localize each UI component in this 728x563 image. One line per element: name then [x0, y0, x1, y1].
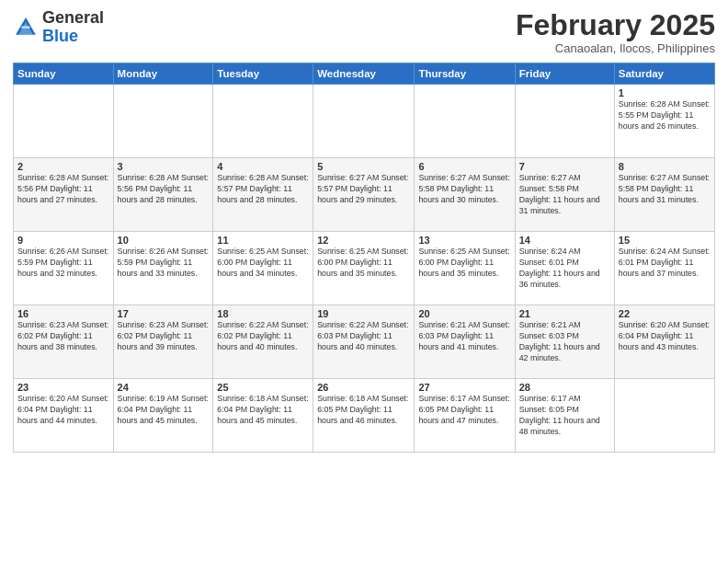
- calendar-cell: 1Sunrise: 6:28 AM Sunset: 5:55 PM Daylig…: [614, 85, 714, 158]
- calendar-cell: 12Sunrise: 6:25 AM Sunset: 6:00 PM Dayli…: [313, 232, 415, 305]
- day-info: Sunrise: 6:25 AM Sunset: 6:00 PM Dayligh…: [317, 247, 410, 280]
- day-number: 10: [118, 235, 210, 246]
- day-info: Sunrise: 6:22 AM Sunset: 6:03 PM Dayligh…: [317, 320, 410, 353]
- day-info: Sunrise: 6:27 AM Sunset: 5:58 PM Dayligh…: [519, 173, 610, 217]
- calendar-cell: 6Sunrise: 6:27 AM Sunset: 5:58 PM Daylig…: [415, 158, 515, 232]
- day-info: Sunrise: 6:18 AM Sunset: 6:05 PM Dayligh…: [317, 394, 410, 427]
- day-info: Sunrise: 6:26 AM Sunset: 5:59 PM Dayligh…: [118, 247, 210, 280]
- day-info: Sunrise: 6:27 AM Sunset: 5:57 PM Dayligh…: [317, 173, 410, 206]
- day-info: Sunrise: 6:22 AM Sunset: 6:02 PM Dayligh…: [217, 320, 309, 353]
- calendar-cell: 11Sunrise: 6:25 AM Sunset: 6:00 PM Dayli…: [213, 232, 313, 305]
- day-number: 19: [317, 308, 410, 319]
- day-info: Sunrise: 6:28 AM Sunset: 5:56 PM Dayligh…: [17, 173, 109, 206]
- day-info: Sunrise: 6:26 AM Sunset: 5:59 PM Dayligh…: [17, 247, 109, 280]
- calendar-cell: 10Sunrise: 6:26 AM Sunset: 5:59 PM Dayli…: [113, 232, 213, 305]
- day-number: 14: [519, 235, 610, 246]
- weekday-header: Sunday: [14, 63, 114, 85]
- logo-general: General: [42, 8, 104, 27]
- header: General Blue February 2025 Canaoalan, Il…: [13, 9, 715, 55]
- weekday-header-row: SundayMondayTuesdayWednesdayThursdayFrid…: [14, 63, 715, 85]
- day-info: Sunrise: 6:24 AM Sunset: 6:01 PM Dayligh…: [619, 247, 711, 280]
- calendar-week-row: 9Sunrise: 6:26 AM Sunset: 5:59 PM Daylig…: [14, 232, 715, 305]
- calendar-cell: 26Sunrise: 6:18 AM Sunset: 6:05 PM Dayli…: [313, 379, 415, 453]
- calendar-cell: [213, 85, 313, 158]
- day-info: Sunrise: 6:21 AM Sunset: 6:03 PM Dayligh…: [418, 320, 510, 353]
- calendar-table: SundayMondayTuesdayWednesdayThursdayFrid…: [13, 63, 715, 453]
- calendar-cell: [614, 379, 714, 453]
- day-number: 13: [418, 235, 510, 246]
- calendar-cell: 20Sunrise: 6:21 AM Sunset: 6:03 PM Dayli…: [415, 305, 515, 379]
- day-number: 2: [17, 161, 109, 172]
- day-info: Sunrise: 6:17 AM Sunset: 6:05 PM Dayligh…: [418, 394, 510, 427]
- day-info: Sunrise: 6:23 AM Sunset: 6:02 PM Dayligh…: [118, 320, 210, 353]
- calendar-cell: 18Sunrise: 6:22 AM Sunset: 6:02 PM Dayli…: [213, 305, 313, 379]
- weekday-header: Friday: [515, 63, 614, 85]
- calendar-cell: 2Sunrise: 6:28 AM Sunset: 5:56 PM Daylig…: [14, 158, 114, 232]
- logo-blue: Blue: [42, 27, 78, 45]
- weekday-header: Saturday: [614, 63, 714, 85]
- day-number: 1: [619, 87, 711, 98]
- calendar-cell: 15Sunrise: 6:24 AM Sunset: 6:01 PM Dayli…: [614, 232, 714, 305]
- logo: General Blue: [13, 9, 104, 46]
- weekday-header: Wednesday: [313, 63, 415, 85]
- day-info: Sunrise: 6:27 AM Sunset: 5:58 PM Dayligh…: [418, 173, 510, 206]
- day-number: 27: [418, 382, 510, 393]
- weekday-header: Thursday: [415, 63, 515, 85]
- weekday-header: Monday: [113, 63, 213, 85]
- day-info: Sunrise: 6:20 AM Sunset: 6:04 PM Dayligh…: [619, 320, 711, 353]
- calendar-cell: 23Sunrise: 6:20 AM Sunset: 6:04 PM Dayli…: [14, 379, 114, 453]
- weekday-header: Tuesday: [213, 63, 313, 85]
- calendar-cell: [415, 85, 515, 158]
- location: Canaoalan, Ilocos, Philippines: [516, 41, 715, 55]
- day-number: 11: [217, 235, 309, 246]
- svg-rect-2: [21, 26, 29, 28]
- day-number: 3: [118, 161, 210, 172]
- title-block: February 2025 Canaoalan, Ilocos, Philipp…: [516, 9, 715, 55]
- calendar-cell: 13Sunrise: 6:25 AM Sunset: 6:00 PM Dayli…: [415, 232, 515, 305]
- day-number: 4: [217, 161, 309, 172]
- day-number: 17: [118, 308, 210, 319]
- calendar-page: General Blue February 2025 Canaoalan, Il…: [0, 0, 728, 563]
- calendar-week-row: 23Sunrise: 6:20 AM Sunset: 6:04 PM Dayli…: [14, 379, 715, 453]
- calendar-cell: 27Sunrise: 6:17 AM Sunset: 6:05 PM Dayli…: [415, 379, 515, 453]
- day-info: Sunrise: 6:24 AM Sunset: 6:01 PM Dayligh…: [519, 247, 610, 291]
- calendar-week-row: 1Sunrise: 6:28 AM Sunset: 5:55 PM Daylig…: [14, 85, 715, 158]
- day-number: 23: [17, 382, 109, 393]
- day-number: 18: [217, 308, 309, 319]
- calendar-cell: 21Sunrise: 6:21 AM Sunset: 6:03 PM Dayli…: [515, 305, 614, 379]
- day-number: 7: [519, 161, 610, 172]
- calendar-cell: 9Sunrise: 6:26 AM Sunset: 5:59 PM Daylig…: [14, 232, 114, 305]
- day-info: Sunrise: 6:28 AM Sunset: 5:55 PM Dayligh…: [619, 99, 711, 132]
- day-info: Sunrise: 6:25 AM Sunset: 6:00 PM Dayligh…: [217, 247, 309, 280]
- day-number: 6: [418, 161, 510, 172]
- calendar-cell: 3Sunrise: 6:28 AM Sunset: 5:56 PM Daylig…: [113, 158, 213, 232]
- day-info: Sunrise: 6:28 AM Sunset: 5:57 PM Dayligh…: [217, 173, 309, 206]
- day-number: 9: [17, 235, 109, 246]
- calendar-cell: 14Sunrise: 6:24 AM Sunset: 6:01 PM Dayli…: [515, 232, 614, 305]
- calendar-cell: 4Sunrise: 6:28 AM Sunset: 5:57 PM Daylig…: [213, 158, 313, 232]
- calendar-cell: 19Sunrise: 6:22 AM Sunset: 6:03 PM Dayli…: [313, 305, 415, 379]
- calendar-week-row: 16Sunrise: 6:23 AM Sunset: 6:02 PM Dayli…: [14, 305, 715, 379]
- day-number: 5: [317, 161, 410, 172]
- day-info: Sunrise: 6:17 AM Sunset: 6:05 PM Dayligh…: [519, 394, 610, 438]
- calendar-week-row: 2Sunrise: 6:28 AM Sunset: 5:56 PM Daylig…: [14, 158, 715, 232]
- day-info: Sunrise: 6:19 AM Sunset: 6:04 PM Dayligh…: [118, 394, 210, 427]
- calendar-cell: 22Sunrise: 6:20 AM Sunset: 6:04 PM Dayli…: [614, 305, 714, 379]
- day-info: Sunrise: 6:28 AM Sunset: 5:56 PM Dayligh…: [118, 173, 210, 206]
- day-number: 16: [17, 308, 109, 319]
- day-number: 15: [619, 235, 711, 246]
- day-info: Sunrise: 6:18 AM Sunset: 6:04 PM Dayligh…: [217, 394, 309, 427]
- day-info: Sunrise: 6:21 AM Sunset: 6:03 PM Dayligh…: [519, 320, 610, 364]
- calendar-cell: 5Sunrise: 6:27 AM Sunset: 5:57 PM Daylig…: [313, 158, 415, 232]
- calendar-cell: 24Sunrise: 6:19 AM Sunset: 6:04 PM Dayli…: [113, 379, 213, 453]
- day-number: 20: [418, 308, 510, 319]
- calendar-cell: [14, 85, 114, 158]
- calendar-cell: 25Sunrise: 6:18 AM Sunset: 6:04 PM Dayli…: [213, 379, 313, 453]
- calendar-cell: [313, 85, 415, 158]
- logo-text: General Blue: [42, 9, 104, 46]
- calendar-cell: [113, 85, 213, 158]
- day-info: Sunrise: 6:25 AM Sunset: 6:00 PM Dayligh…: [418, 247, 510, 280]
- day-info: Sunrise: 6:20 AM Sunset: 6:04 PM Dayligh…: [17, 394, 109, 427]
- logo-icon: [13, 15, 39, 40]
- calendar-cell: 16Sunrise: 6:23 AM Sunset: 6:02 PM Dayli…: [14, 305, 114, 379]
